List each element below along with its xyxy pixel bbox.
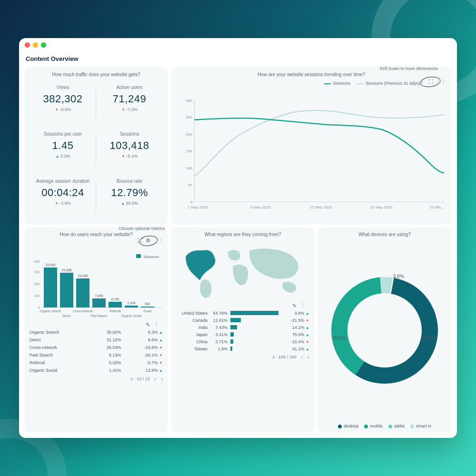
svg-rect-30	[125, 306, 138, 307]
svg-text:33,542: 33,542	[45, 263, 56, 267]
svg-text:0: 0	[190, 200, 193, 204]
annotation-choose-metrics: Choose optional metrics	[119, 226, 165, 231]
prev-icon[interactable]: ‹	[301, 354, 303, 360]
next-icon[interactable]: ›	[161, 376, 163, 382]
kpi-value: 1.45	[32, 139, 93, 152]
table-row: Taiwan1.8% 41.1% ▲	[176, 345, 309, 352]
more-icon[interactable]: ⋮	[153, 322, 159, 327]
legend-item: desktop	[338, 424, 359, 428]
svg-text:Email: Email	[144, 309, 152, 313]
svg-rect-26	[92, 298, 106, 307]
svg-text:30K: 30K	[34, 270, 40, 274]
kpi-tile: Sessions per user 1.45 ▲ 2.3%	[30, 127, 96, 173]
svg-text:10K: 10K	[186, 166, 193, 170]
svg-rect-32	[141, 307, 154, 307]
edit-icon[interactable]: ✎	[291, 303, 297, 308]
svg-text:Paid Search: Paid Search	[90, 314, 108, 317]
kpi-label: Bounce rate	[99, 178, 160, 184]
svg-text:24,509: 24,509	[78, 274, 88, 278]
kpi-value: 103,418	[99, 139, 160, 152]
minimize-icon[interactable]	[33, 42, 38, 48]
svg-text:30K: 30K	[186, 99, 193, 103]
prev-icon[interactable]: ‹	[155, 376, 157, 382]
svg-text:Referral: Referral	[109, 309, 121, 313]
kpi-value: 00:04:24	[32, 187, 93, 199]
card-title: What regions are they coming from?	[176, 232, 309, 237]
maximize-icon[interactable]	[41, 42, 46, 48]
table-row: Cross-network26.03% -15.6% ▼	[30, 344, 163, 351]
kpi-delta: ▼ -5.1%	[99, 154, 160, 159]
svg-text:1 May 2023: 1 May 2023	[188, 205, 208, 209]
arrow-down-icon[interactable]: ↓	[419, 79, 425, 84]
pager-label: 1 - 100 / 160	[272, 355, 297, 359]
svg-text:10K: 10K	[34, 294, 40, 298]
card-reach: How do users reach your website? Choose …	[25, 227, 168, 432]
svg-text:29 Ma...: 29 Ma...	[430, 205, 444, 209]
expand-icon[interactable]: ⛶	[428, 79, 434, 84]
kpi-value: 12.79%	[99, 187, 160, 199]
more-icon[interactable]: ⋮	[158, 238, 164, 243]
expand-icon[interactable]: ⛶	[137, 238, 142, 243]
svg-rect-24	[76, 278, 89, 307]
svg-text:8 May 2023: 8 May 2023	[250, 205, 271, 209]
more-icon[interactable]: ⋮	[300, 303, 306, 308]
reach-table: Organic Search35.62% 8.3% ▲Direct31.12% …	[30, 328, 163, 374]
svg-text:5K: 5K	[188, 183, 193, 187]
close-icon[interactable]	[25, 42, 30, 48]
legend-item: tablet	[388, 424, 405, 428]
world-map	[176, 240, 309, 302]
slice-label: 39.5%	[332, 336, 346, 341]
kpi-value: 71,249	[99, 93, 160, 105]
table-row: Direct31.12% 6.6% ▲	[30, 336, 163, 344]
arrow-up-icon[interactable]: ↑	[411, 79, 416, 84]
kpi-label: Average session duration	[32, 178, 93, 184]
card-regions: What regions are they coming from? ✎ ⋮	[171, 227, 314, 432]
svg-text:4,726: 4,726	[111, 298, 119, 301]
svg-text:0: 0	[38, 306, 40, 309]
table-row: Organic Search35.62% 8.3% ▲	[30, 328, 163, 336]
trend-line-chart: 05K10K 15K20K25K30K 1 May 20238 May 2023…	[176, 87, 446, 220]
svg-text:1,324: 1,324	[127, 301, 136, 305]
svg-text:40K: 40K	[34, 260, 40, 263]
legend-item: smart tv	[410, 424, 431, 428]
donut-legend: desktop mobile tablet smart tv	[323, 421, 446, 428]
dashboard-content: Content Overview How much traffic does y…	[19, 51, 457, 438]
table-row: Paid Search8.13% -20.1% ▼	[30, 351, 163, 359]
legend-item: mobile	[364, 424, 383, 428]
svg-text:29,306: 29,306	[61, 268, 72, 272]
table-row: China2.71% -15.4% ▼	[176, 338, 309, 345]
chart-legend: Sessions Sessions (Previous 31 days)	[176, 80, 446, 87]
window-titlebar	[19, 38, 457, 51]
table-row: India7.43% 14.1% ▲	[176, 324, 309, 331]
kpi-tile: Views 382,302 ▼ -0.5%	[30, 80, 96, 127]
card-toolbar: ↑ ↓ ⛶ | ⋮	[411, 79, 446, 84]
svg-rect-20	[44, 268, 57, 307]
table-row: Japan3.41% 75.0% ▲	[176, 331, 309, 338]
kpi-value: 382,302	[32, 93, 93, 105]
browser-window: Content Overview How much traffic does y…	[19, 38, 457, 438]
svg-text:15 May 2023: 15 May 2023	[310, 205, 332, 209]
kpi-label: Sessions per user	[32, 131, 93, 137]
more-icon[interactable]: ⋮	[441, 79, 446, 84]
next-icon[interactable]: ›	[307, 354, 309, 360]
kpi-delta: ▲ 2.3%	[32, 154, 93, 159]
card-title: How much traffic does your website gets?	[30, 72, 163, 77]
table-row: Organic Social1.41% 13.8% ▲	[30, 367, 163, 374]
slice-label: 56.6%	[423, 336, 436, 341]
svg-text:581: 581	[145, 302, 150, 306]
svg-text:Cross-network: Cross-network	[73, 309, 93, 313]
kpi-tile: Active users 71,249 ▼ -7.2%	[96, 80, 163, 127]
svg-text:22 May 2023: 22 May 2023	[370, 205, 393, 209]
kpi-label: Sessions	[99, 131, 160, 137]
kpi-delta: ▲ 20.5%	[99, 201, 160, 206]
devices-donut-chart: 56.6% 39.5% 3.6%	[323, 240, 446, 421]
kpi-label: Active users	[99, 85, 160, 90]
pager-label: 1 - 12 / 12	[130, 377, 150, 381]
svg-rect-28	[109, 302, 122, 307]
pager: 1 - 100 / 160 ‹ ›	[176, 352, 309, 360]
card-devices: What devices are using? 56.6% 39.5% 3.6%…	[318, 227, 451, 432]
legend-item: Sessions	[144, 255, 159, 259]
edit-icon[interactable]: ✎	[145, 322, 150, 327]
pager: 1 - 12 / 12 ‹ ›	[30, 374, 163, 382]
gear-icon[interactable]: ⚙	[145, 238, 151, 243]
